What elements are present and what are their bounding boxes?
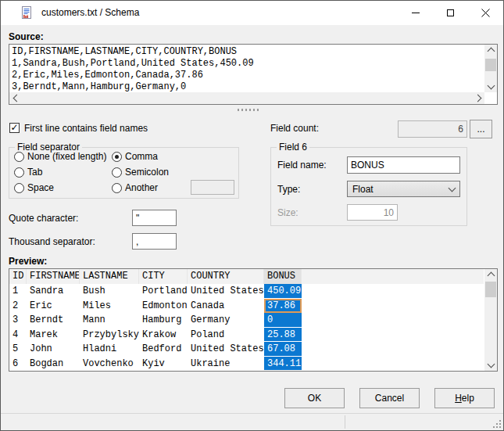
cell[interactable]: Portland: [139, 284, 188, 299]
source-line: ID,FIRSTNAME,LASTNAME,CITY,COUNTRY,BONUS: [12, 46, 237, 57]
status-bar: [1, 413, 503, 430]
cell-selected[interactable]: 450.09: [264, 284, 302, 299]
preview-header-row: ID FIRSTNAME LASTNAME CITY COUNTRY BONUS: [9, 269, 484, 284]
preview-table: ID FIRSTNAME LASTNAME CITY COUNTRY BONUS…: [9, 269, 484, 371]
minimize-button[interactable]: [398, 1, 433, 25]
maximize-icon: [447, 9, 454, 16]
radio-comma[interactable]: [112, 152, 122, 162]
cell[interactable]: Vovchenko: [80, 357, 139, 372]
scroll-up-icon[interactable]: [484, 269, 497, 280]
preview-vscroll-thumb[interactable]: [485, 282, 496, 297]
field-count-input[interactable]: [398, 120, 467, 138]
maximize-button[interactable]: [433, 1, 468, 25]
cell[interactable]: United States: [188, 342, 264, 357]
first-line-checkbox-label[interactable]: First line contains field names: [24, 123, 148, 134]
radio-comma-label[interactable]: Comma: [125, 151, 158, 162]
scroll-left-icon[interactable]: [9, 92, 22, 104]
thousand-separator-input[interactable]: [132, 233, 177, 250]
cell[interactable]: Bogdan: [27, 357, 80, 372]
source-vscrollbar[interactable]: [484, 45, 497, 92]
ok-button[interactable]: OK: [284, 388, 345, 408]
source-vscroll-thumb[interactable]: [485, 59, 496, 71]
another-separator-input[interactable]: [191, 180, 234, 195]
field-name-input[interactable]: [347, 156, 460, 174]
radio-another-label[interactable]: Another: [125, 182, 158, 193]
help-button[interactable]: Help: [434, 388, 495, 408]
radio-another[interactable]: [112, 183, 122, 193]
cell-focused[interactable]: 37.86: [264, 299, 302, 314]
cell-selected[interactable]: 344.11: [264, 357, 302, 372]
source-line: 1,Sandra,Bush,Portland,United States,450…: [12, 58, 254, 69]
radio-semicolon-label[interactable]: Semicolon: [125, 167, 169, 178]
cell[interactable]: John: [27, 342, 80, 357]
type-combobox[interactable]: Float: [347, 181, 460, 197]
column-header-selected[interactable]: BONUS: [264, 269, 302, 284]
titlebar[interactable]: customers.txt / Schema: [1, 1, 503, 25]
cell[interactable]: Edmonton: [139, 299, 188, 314]
column-header[interactable]: CITY: [139, 269, 188, 284]
cell[interactable]: Eric: [27, 299, 80, 314]
cell[interactable]: Berndt: [27, 313, 80, 328]
splitter-handle[interactable]: [238, 109, 259, 111]
cell[interactable]: 6: [9, 357, 27, 372]
source-text[interactable]: ID,FIRSTNAME,LASTNAME,CITY,COUNTRY,BONUS…: [12, 46, 483, 93]
radio-none[interactable]: [14, 152, 24, 162]
scroll-right-icon[interactable]: [472, 92, 484, 104]
cell[interactable]: Miles: [80, 299, 139, 314]
radio-space-label[interactable]: Space: [27, 182, 54, 193]
close-button[interactable]: [468, 1, 503, 25]
cell-selected[interactable]: 25.88: [264, 328, 302, 343]
ok-button-label: OK: [308, 393, 321, 404]
cell[interactable]: Marek: [27, 328, 80, 343]
cell[interactable]: Hamburg: [139, 313, 188, 328]
cell[interactable]: Canada: [188, 299, 264, 314]
cell-selected[interactable]: 67.08: [264, 342, 302, 357]
cell[interactable]: United States: [188, 284, 264, 299]
cell[interactable]: Bush: [80, 284, 139, 299]
quote-character-label: Quote character:: [9, 213, 78, 224]
column-header[interactable]: LASTNAME: [80, 269, 139, 284]
column-header[interactable]: ID: [9, 269, 27, 284]
size-label: Size:: [277, 207, 298, 218]
cell[interactable]: Kyiv: [139, 357, 188, 372]
radio-none-label[interactable]: None (fixed length): [27, 151, 106, 162]
source-textarea[interactable]: ID,FIRSTNAME,LASTNAME,CITY,COUNTRY,BONUS…: [9, 44, 498, 105]
cell[interactable]: 4: [9, 328, 27, 343]
cell[interactable]: Krakow: [139, 328, 188, 343]
cancel-button[interactable]: Cancel: [359, 388, 420, 408]
cell[interactable]: Bedford: [139, 342, 188, 357]
column-header[interactable]: FIRSTNAME: [27, 269, 80, 284]
cell[interactable]: Ukraine: [188, 357, 264, 372]
radio-space[interactable]: [14, 183, 24, 193]
radio-tab[interactable]: [14, 167, 24, 178]
scroll-down-icon[interactable]: [484, 360, 497, 371]
cell[interactable]: Germany: [188, 313, 264, 328]
field-count-browse-button[interactable]: ...: [470, 120, 492, 138]
status-bar-divider: [345, 415, 345, 429]
preview-grid: ID FIRSTNAME LASTNAME CITY COUNTRY BONUS…: [9, 268, 498, 372]
scroll-down-icon[interactable]: [484, 81, 497, 92]
table-row: 4 Marek Przybylsky Krakow Poland 25.88: [9, 328, 484, 343]
table-row: 3 Berndt Mann Hamburg Germany 0: [9, 313, 484, 328]
cell[interactable]: 3: [9, 313, 27, 328]
preview-vscrollbar[interactable]: [484, 269, 497, 371]
cell[interactable]: Sandra: [27, 284, 80, 299]
thousand-separator-label: Thousand separator:: [9, 236, 95, 247]
cell[interactable]: Przybylsky: [80, 328, 139, 343]
size-input[interactable]: [347, 204, 398, 221]
cell[interactable]: 1: [9, 284, 27, 299]
cell[interactable]: Poland: [188, 328, 264, 343]
radio-tab-label[interactable]: Tab: [27, 167, 42, 178]
cell-selected[interactable]: 0: [264, 313, 302, 328]
source-hscrollbar[interactable]: [9, 92, 484, 104]
radio-semicolon[interactable]: [112, 167, 122, 178]
cell[interactable]: Hladni: [80, 342, 139, 357]
column-header[interactable]: COUNTRY: [188, 269, 264, 284]
cell[interactable]: 2: [9, 299, 27, 314]
first-line-checkbox[interactable]: ✓: [9, 123, 20, 133]
quote-character-input[interactable]: [132, 210, 177, 226]
scroll-up-icon[interactable]: [484, 45, 497, 56]
resize-grip-icon[interactable]: [493, 420, 501, 428]
cell[interactable]: Mann: [80, 313, 139, 328]
cell[interactable]: 5: [9, 342, 27, 357]
